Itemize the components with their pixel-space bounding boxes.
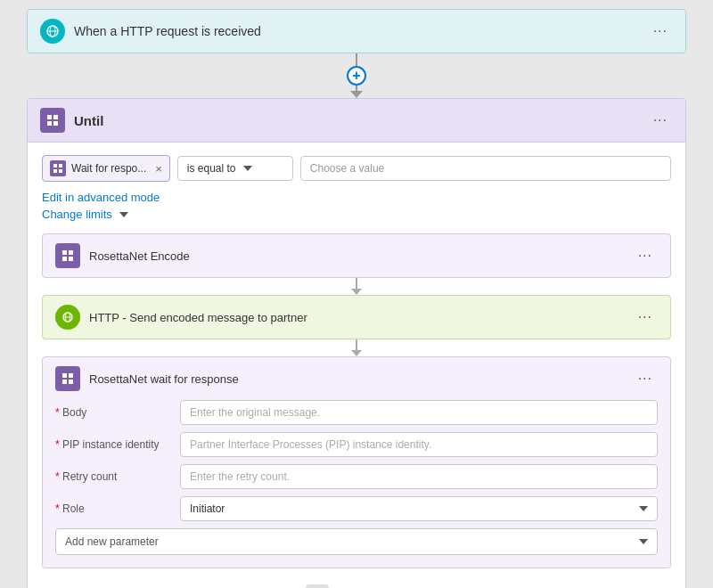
svg-rect-7: [53, 164, 57, 167]
svg-rect-12: [69, 250, 73, 255]
http-send-header: HTTP - Send encoded message to partner ·…: [43, 296, 670, 339]
until-options-button[interactable]: ···: [648, 110, 673, 130]
rosettanet-wait-title: RosettaNet wait for response: [89, 372, 239, 386]
svg-rect-18: [62, 373, 67, 378]
operator-chevron-icon: [243, 166, 252, 171]
pip-label: * PIP instance identity: [55, 438, 180, 451]
rosettanet-encode-icon: [55, 243, 80, 268]
edit-advanced-link[interactable]: Edit in advanced mode: [42, 191, 160, 204]
value-placeholder: Choose a value: [310, 162, 384, 175]
http-trigger-icon: [40, 19, 65, 44]
rosettanet-wait-block: RosettaNet wait for response ··· * Body …: [42, 356, 671, 568]
trigger-options-button[interactable]: ···: [648, 21, 673, 41]
rosettanet-wait-body: * Body Enter the original message. * PIP…: [43, 400, 670, 568]
svg-rect-6: [53, 121, 58, 126]
rosettanet-wait-options-button[interactable]: ···: [633, 369, 658, 388]
role-chevron-icon: [639, 506, 648, 511]
inner-arrow-2: [351, 350, 362, 356]
add-action-row: Add an action: [42, 568, 671, 588]
connector-1: +: [347, 53, 366, 98]
until-container: Until ··· Wait for respo... × is equal t…: [27, 98, 686, 588]
condition-chip[interactable]: Wait for respo... ×: [42, 155, 170, 182]
svg-rect-8: [59, 164, 62, 167]
svg-rect-14: [69, 257, 73, 261]
until-header: Until ···: [28, 99, 685, 143]
role-value: Initiator: [190, 502, 225, 515]
operator-label: is equal to: [187, 162, 236, 175]
connector-line-top: [356, 53, 357, 66]
svg-rect-10: [59, 169, 62, 173]
until-header-left: Until: [40, 108, 103, 133]
connector-arrow: [350, 91, 363, 98]
body-field-row: * Body Enter the original message.: [55, 400, 658, 425]
svg-rect-20: [62, 380, 67, 384]
http-send-block: HTTP - Send encoded message to partner ·…: [42, 295, 671, 339]
trigger-title: When a HTTP request is received: [74, 24, 261, 38]
inner-connector-2: [351, 339, 362, 356]
svg-rect-5: [47, 121, 52, 126]
until-body: Wait for respo... × is equal to Choose a…: [28, 143, 685, 588]
operator-dropdown[interactable]: is equal to: [177, 156, 293, 181]
http-send-title: HTTP - Send encoded message to partner: [89, 311, 307, 324]
trigger-left: When a HTTP request is received: [40, 19, 261, 44]
trigger-block: When a HTTP request is received ···: [27, 9, 686, 53]
add-param-row[interactable]: Add new parameter: [55, 528, 658, 555]
inner-connector-1: [351, 278, 362, 295]
change-limits-row: Change limits: [42, 208, 671, 221]
chip-label: Wait for respo...: [71, 162, 146, 175]
svg-rect-19: [69, 373, 73, 378]
condition-row: Wait for respo... × is equal to Choose a…: [42, 155, 671, 182]
inner-arrow-1: [351, 289, 362, 295]
http-send-icon: [55, 305, 80, 330]
rosettanet-encode-options-button[interactable]: ···: [633, 246, 658, 265]
body-label: * Body: [55, 406, 180, 419]
pip-field-row: * PIP instance identity Partner Interfac…: [55, 432, 658, 457]
svg-rect-9: [53, 169, 57, 173]
change-limits-link[interactable]: Change limits: [42, 208, 112, 221]
rosettanet-wait-left: RosettaNet wait for response: [55, 366, 239, 391]
chip-close-button[interactable]: ×: [155, 162, 162, 176]
svg-rect-21: [69, 380, 73, 384]
rosettanet-encode-header: RosettaNet Encode ···: [43, 234, 670, 277]
value-input[interactable]: Choose a value: [300, 156, 671, 181]
retry-input[interactable]: Enter the retry count.: [180, 464, 658, 489]
until-icon: [40, 108, 65, 133]
body-input[interactable]: Enter the original message.: [180, 400, 658, 425]
rosettanet-encode-title: RosettaNet Encode: [89, 249, 190, 263]
inner-line-2: [356, 339, 357, 350]
until-title: Until: [74, 113, 103, 128]
main-canvas: When a HTTP request is received ··· + Un…: [27, 9, 686, 588]
svg-rect-11: [62, 250, 67, 255]
rosettanet-wait-icon: [55, 366, 80, 391]
role-select[interactable]: Initiator: [180, 496, 658, 521]
chip-icon: [50, 160, 66, 176]
inner-line-1: [356, 278, 357, 289]
svg-rect-13: [62, 257, 67, 261]
http-send-options-button[interactable]: ···: [633, 307, 658, 327]
http-send-left: HTTP - Send encoded message to partner: [55, 305, 307, 330]
rosettanet-encode-block: RosettaNet Encode ···: [42, 233, 671, 278]
edit-advanced-row: Edit in advanced mode: [42, 191, 671, 204]
change-limits-chevron-icon: [119, 212, 128, 217]
role-label: * Role: [55, 502, 180, 515]
pip-input[interactable]: Partner Interface Processes (PIP) instan…: [180, 432, 658, 457]
svg-rect-3: [47, 115, 52, 119]
role-field-row: * Role Initiator: [55, 496, 658, 521]
retry-label: * Retry count: [55, 470, 180, 483]
inner-blocks: RosettaNet Encode ···: [42, 233, 671, 568]
svg-rect-4: [53, 115, 58, 119]
retry-field-row: * Retry count Enter the retry count.: [55, 464, 658, 489]
add-param-label: Add new parameter: [65, 535, 159, 548]
add-step-button[interactable]: +: [347, 66, 366, 86]
add-param-chevron-icon: [639, 539, 648, 544]
rosettanet-encode-left: RosettaNet Encode: [55, 243, 190, 268]
add-action-icon: [306, 584, 329, 588]
rosettanet-wait-header: RosettaNet wait for response ···: [43, 357, 670, 400]
